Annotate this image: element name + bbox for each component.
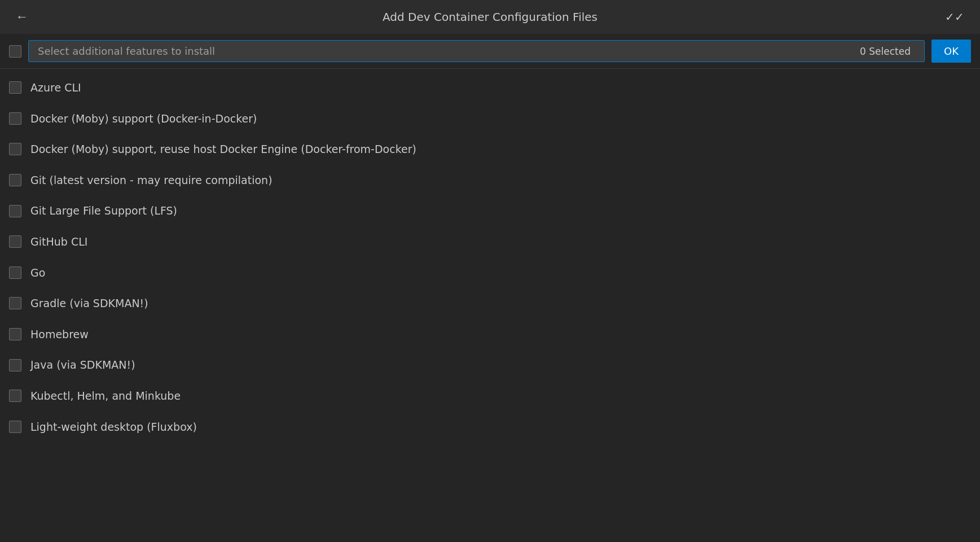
item-checkbox-2[interactable] — [9, 112, 21, 125]
item-label: Homebrew — [30, 327, 89, 342]
search-input-wrapper: 0 Selected — [28, 40, 925, 62]
search-input[interactable] — [38, 45, 860, 57]
item-checkbox-6[interactable] — [9, 235, 21, 248]
list-item[interactable]: Docker (Moby) support, reuse host Docker… — [0, 134, 980, 165]
item-checkbox-3[interactable] — [9, 143, 21, 155]
item-checkbox-5[interactable] — [9, 205, 21, 217]
selected-count: 0 Selected — [860, 46, 915, 57]
item-label: Light-weight desktop (Fluxbox) — [30, 419, 197, 435]
items-list: Azure CLIDocker (Moby) support (Docker-i… — [0, 69, 980, 542]
list-item[interactable]: Kubectl, Helm, and Minkube — [0, 381, 980, 412]
list-item[interactable]: Homebrew — [0, 319, 980, 350]
item-label: Azure CLI — [30, 80, 81, 95]
back-button[interactable]: ← — [11, 7, 33, 27]
item-checkbox-7[interactable] — [9, 266, 21, 279]
item-checkbox-10[interactable] — [9, 359, 21, 371]
item-checkbox-12[interactable] — [9, 421, 21, 433]
item-checkbox-11[interactable] — [9, 390, 21, 402]
check-all-button[interactable]: ✓✓ — [941, 8, 969, 26]
item-label: Git (latest version - may require compil… — [30, 173, 273, 188]
list-item[interactable]: Docker (Moby) support (Docker-in-Docker) — [0, 103, 980, 134]
select-all-checkbox[interactable] — [9, 45, 21, 58]
item-label: Java (via SDKMAN!) — [30, 357, 135, 373]
item-checkbox-9[interactable] — [9, 328, 21, 340]
item-label: Docker (Moby) support (Docker-in-Docker) — [30, 111, 257, 126]
list-item[interactable]: Java (via SDKMAN!) — [0, 349, 980, 381]
item-label: Docker (Moby) support, reuse host Docker… — [30, 142, 416, 157]
list-item[interactable]: GitHub CLI — [0, 226, 980, 257]
list-item[interactable]: Gradle (via SDKMAN!) — [0, 288, 980, 319]
list-item[interactable]: Go — [0, 257, 980, 289]
app-container: ← Add Dev Container Configuration Files … — [0, 0, 980, 542]
item-checkbox-1[interactable] — [9, 81, 21, 94]
item-label: GitHub CLI — [30, 234, 87, 250]
list-item[interactable]: Git (latest version - may require compil… — [0, 165, 980, 196]
ok-button[interactable]: OK — [931, 40, 971, 63]
list-item[interactable]: Azure CLI — [0, 72, 980, 103]
item-label: Git Large File Support (LFS) — [30, 203, 177, 218]
list-item[interactable]: Light-weight desktop (Fluxbox) — [0, 412, 980, 443]
list-item[interactable]: Git Large File Support (LFS) — [0, 195, 980, 226]
item-label: Gradle (via SDKMAN!) — [30, 296, 148, 311]
search-bar: 0 Selected OK — [0, 34, 980, 69]
item-label: Kubectl, Helm, and Minkube — [30, 388, 181, 404]
title-bar: ← Add Dev Container Configuration Files … — [0, 0, 980, 34]
item-checkbox-8[interactable] — [9, 297, 21, 309]
item-checkbox-4[interactable] — [9, 174, 21, 186]
page-title: Add Dev Container Configuration Files — [383, 10, 597, 24]
item-label: Go — [30, 265, 45, 281]
